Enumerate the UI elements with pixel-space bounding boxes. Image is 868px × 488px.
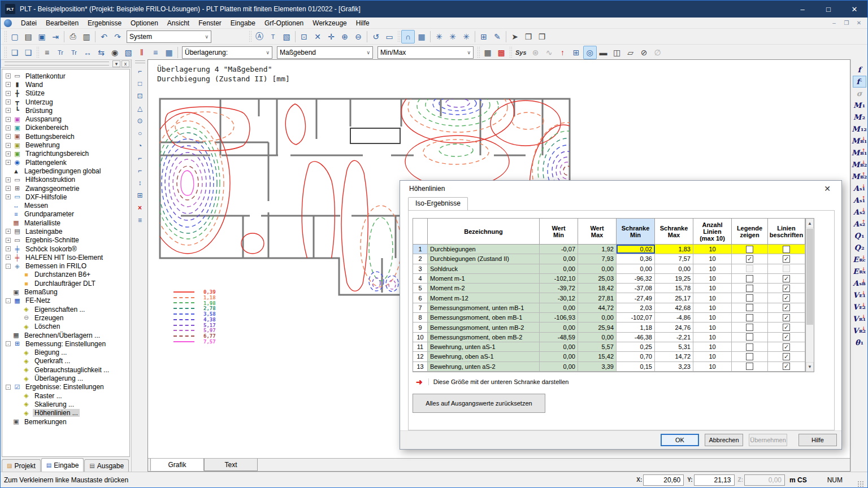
- checkbox-checked[interactable]: ✓: [783, 294, 790, 302]
- render-3d-button[interactable]: ▧: [280, 30, 293, 43]
- view-3d-button[interactable]: ▧: [121, 46, 135, 59]
- dialog-close-icon[interactable]: ✕: [819, 182, 836, 195]
- tree-item-dickenbereich[interactable]: +▣Dickenbereich: [2, 124, 129, 132]
- x-coordinate-field[interactable]: 20,60: [643, 474, 684, 486]
- tree-item-halfen-hit-iso-element[interactable]: +╪HALFEN HIT Iso-Element: [2, 253, 129, 262]
- tree-item-aussparung[interactable]: +▣Aussparung: [2, 115, 129, 123]
- font-size-up-button[interactable]: Tr: [54, 46, 67, 59]
- toolbar-grip[interactable]: [477, 46, 480, 59]
- shear-q2-button[interactable]: Q2: [853, 242, 866, 254]
- schranke-min-field[interactable]: -37,08: [617, 284, 655, 293]
- tree-item-materialliste[interactable]: ▦Materialliste: [2, 219, 129, 227]
- toolbar-grip[interactable]: [249, 30, 251, 43]
- ray-snap-3-button[interactable]: ✳: [459, 30, 473, 43]
- new-file-button[interactable]: ▢: [8, 30, 21, 43]
- undo-button[interactable]: ↶: [97, 30, 111, 43]
- l-shape-tool-button[interactable]: ⌐: [134, 152, 146, 164]
- schranke-max-field[interactable]: 1,83: [655, 245, 693, 254]
- mdi-restore-button[interactable]: ❐: [840, 19, 853, 28]
- scroll-down-icon[interactable]: ▼: [806, 362, 814, 372]
- table-row[interactable]: 7Bemessungsmoment, unten mB-10,0044,722,…: [413, 303, 805, 313]
- anzahl-linien-field[interactable]: 10: [693, 352, 732, 361]
- erx-button[interactable]: ERx↓: [853, 265, 866, 277]
- reset-defaults-button[interactable]: Alles auf Ausgangswerte zurücksetzen: [413, 394, 545, 413]
- table-row[interactable]: 5Moment m-2-39,7218,42-37,0815,7810✓: [413, 284, 805, 293]
- ve1-button[interactable]: VE1↓: [853, 289, 866, 301]
- maximize-button[interactable]: □: [815, 1, 841, 18]
- close-button[interactable]: ✕: [841, 1, 867, 18]
- theta-button[interactable]: θ1: [853, 337, 866, 348]
- expand-icon[interactable]: +: [6, 246, 11, 251]
- menu-grf-optionen[interactable]: Grf-Optionen: [260, 18, 308, 28]
- apply-button[interactable]: Übernehmen: [749, 434, 787, 446]
- expand-icon[interactable]: +: [6, 143, 11, 148]
- view-options-button[interactable]: ◉: [108, 46, 121, 59]
- rectangle-tool-button[interactable]: □: [134, 77, 146, 89]
- anzahl-linien-field[interactable]: 10: [693, 313, 732, 322]
- circle-center-tool-button[interactable]: ⊙: [134, 115, 146, 127]
- table-row[interactable]: 8Bemessungsmoment, oben mB-1-106,930,00-…: [413, 313, 805, 323]
- checkbox-unchecked[interactable]: [746, 285, 753, 292]
- contour-tool-button[interactable]: ⌐: [134, 65, 146, 77]
- design-moment-top-mb1-button[interactable]: MB1↑: [853, 147, 866, 159]
- checkbox-checked[interactable]: ✓: [783, 343, 790, 351]
- reinforcement-top-as1-button[interactable]: As1↑: [853, 194, 866, 206]
- select-cursor-button[interactable]: ➤: [508, 30, 522, 43]
- move-vertical-tool-button[interactable]: ↕: [134, 177, 146, 189]
- clip-polygon-button[interactable]: ▱: [624, 46, 637, 59]
- menu-werkzeuge[interactable]: Werkzeuge: [308, 18, 351, 28]
- measure-button[interactable]: ↔: [81, 46, 94, 59]
- schranke-min-field[interactable]: -102,07: [617, 313, 655, 322]
- panel-close-button[interactable]: x: [121, 60, 129, 67]
- circle-tool-button[interactable]: ○: [134, 127, 146, 139]
- table-row[interactable]: 9Bemessungsmoment, unten mB-20,0025,941,…: [413, 323, 805, 332]
- menu-ansicht[interactable]: Ansicht: [163, 18, 194, 28]
- zoom-in-button[interactable]: ⊕: [338, 30, 351, 43]
- checkbox-unchecked[interactable]: [746, 324, 753, 331]
- tree-item-biegung[interactable]: ◈Biegung ...: [2, 348, 129, 357]
- menu-bearbeiten[interactable]: Bearbeiten: [41, 18, 83, 28]
- checkbox-checked[interactable]: ✓: [783, 255, 790, 263]
- tree-item-ergebnis-schnitte[interactable]: +▭Ergebnis-Schnitte: [2, 236, 129, 245]
- raster-results-button[interactable]: ⊞: [570, 46, 583, 59]
- expand-icon[interactable]: +: [6, 229, 11, 234]
- pan-button[interactable]: ✛: [324, 30, 338, 43]
- schranke-max-field[interactable]: 14,72: [655, 352, 693, 361]
- anzahl-linien-field[interactable]: 10: [693, 333, 732, 342]
- design-moment-bottom-mb1-button[interactable]: MB1↓: [853, 135, 866, 147]
- edit-polyline-button[interactable]: ✎: [491, 30, 504, 43]
- display-mode-combo[interactable]: System∨: [127, 30, 211, 43]
- moment-m12-button[interactable]: M12: [853, 123, 866, 135]
- checkbox-unchecked[interactable]: [746, 275, 753, 282]
- checkbox-checked[interactable]: ✓: [783, 324, 790, 331]
- result-direction-button[interactable]: ↑: [556, 46, 570, 59]
- menu-datei[interactable]: Datei: [16, 18, 41, 28]
- menu-optionen[interactable]: Optionen: [126, 18, 163, 28]
- anzahl-linien-field[interactable]: 10: [693, 303, 732, 312]
- zoom-region-button[interactable]: ⊡: [297, 30, 311, 43]
- legend-show-button[interactable]: ▬: [597, 46, 610, 59]
- zoom-extents-button[interactable]: ✕: [311, 30, 324, 43]
- tree-item-skalierung[interactable]: ◈Skalierung ...: [2, 400, 129, 408]
- schranke-max-field[interactable]: 15,78: [655, 284, 693, 293]
- arc-tool-button[interactable]: ◔: [134, 140, 146, 151]
- tree-item-brüstung[interactable]: +┗Brüstung: [2, 106, 129, 115]
- table-row[interactable]: 12Bewehrung, oben aS-10,0015,420,7014,72…: [413, 352, 805, 361]
- panel-tab-projekt[interactable]: ▨Projekt: [2, 459, 41, 472]
- reinforcement-top-as2-button[interactable]: As2↑: [853, 218, 866, 230]
- design-moment-top-mb2-button[interactable]: MB2↑: [853, 171, 866, 182]
- checkbox-unchecked[interactable]: [746, 246, 753, 253]
- checkbox-checked[interactable]: ✓: [783, 314, 790, 321]
- tree-item-durchstanzen-b6[interactable]: ■Durchstanzen B6+: [2, 271, 129, 279]
- tree-item-hilfskonstruktion[interactable]: +▭Hilfskonstruktion: [2, 176, 129, 184]
- minimize-button[interactable]: –: [789, 1, 815, 18]
- parameter-button[interactable]: ≡: [149, 46, 162, 59]
- table-row[interactable]: 1Durchbiegungen-0,071,920,021,8310: [413, 245, 805, 254]
- table-scrollbar[interactable]: ▲ ▼: [805, 219, 814, 372]
- schranke-min-field[interactable]: 1,18: [617, 323, 655, 332]
- edit-points-button[interactable]: ⊞: [477, 30, 491, 43]
- schranke-min-field[interactable]: -27,49: [617, 293, 655, 302]
- expand-icon[interactable]: +: [6, 255, 11, 260]
- table-row[interactable]: 10Bemessungsmoment, oben mB-2-48,590,00-…: [413, 333, 805, 342]
- table-row[interactable]: 11Bewehrung, unten aS-10,005,570,255,311…: [413, 342, 805, 352]
